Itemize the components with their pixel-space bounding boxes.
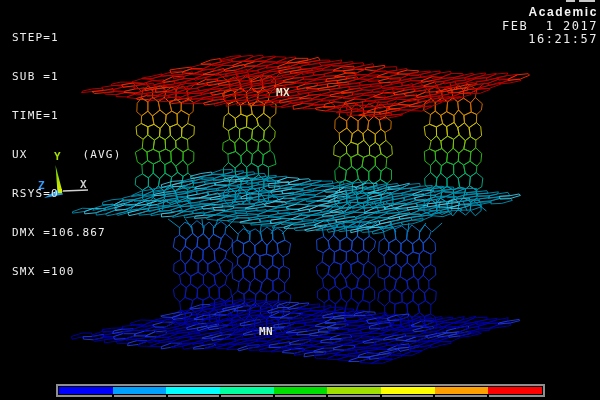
colorbar-segment	[59, 387, 113, 394]
info-line-result: UX (AVG)	[12, 148, 122, 161]
colorbar-tick	[166, 394, 168, 400]
colorbar-tick	[380, 394, 382, 400]
info-line-smx: SMX =100	[12, 265, 122, 278]
colorbar-segment	[113, 387, 167, 394]
max-node-label: MX	[276, 88, 290, 98]
info-line-sub: SUB =1	[12, 70, 122, 83]
ansys-graphics-window: STEP=1 SUB =1 TIME=1 UX (AVG) RSYS=0 DMX…	[0, 0, 600, 400]
triad-z-label: Z	[38, 181, 45, 191]
colorbar-segment	[220, 387, 274, 394]
colorbar-tick	[219, 394, 221, 400]
colorbar-tick	[326, 394, 328, 400]
license-label: Academic	[529, 5, 599, 19]
colorbar-frame	[56, 384, 545, 397]
info-line-dmx: DMX =106.867	[12, 226, 122, 239]
triad-x-label: X	[80, 180, 87, 190]
colorbar-tick	[433, 394, 435, 400]
min-node-label: MN	[259, 327, 273, 337]
colorbar-segment	[274, 387, 328, 394]
colorbar-segment	[381, 387, 435, 394]
colorbar-segment	[435, 387, 489, 394]
info-line-rsys: RSYS=0	[12, 187, 122, 200]
contour-colorbar	[56, 384, 545, 400]
info-line-time: TIME=1	[12, 109, 122, 122]
colorbar-segment	[166, 387, 220, 394]
date-label: FEB 1 2017	[502, 19, 598, 33]
triad-y-label: Y	[54, 152, 61, 162]
result-info-block: STEP=1 SUB =1 TIME=1 UX (AVG) RSYS=0 DMX…	[12, 5, 122, 304]
colorbar-tick	[273, 394, 275, 400]
info-line-step: STEP=1	[12, 31, 122, 44]
colorbar-segment	[488, 387, 542, 394]
colorbar-tick	[112, 394, 114, 400]
colorbar-tick	[487, 394, 489, 400]
colorbar-segment	[327, 387, 381, 394]
time-label: 16:21:57	[528, 32, 598, 46]
